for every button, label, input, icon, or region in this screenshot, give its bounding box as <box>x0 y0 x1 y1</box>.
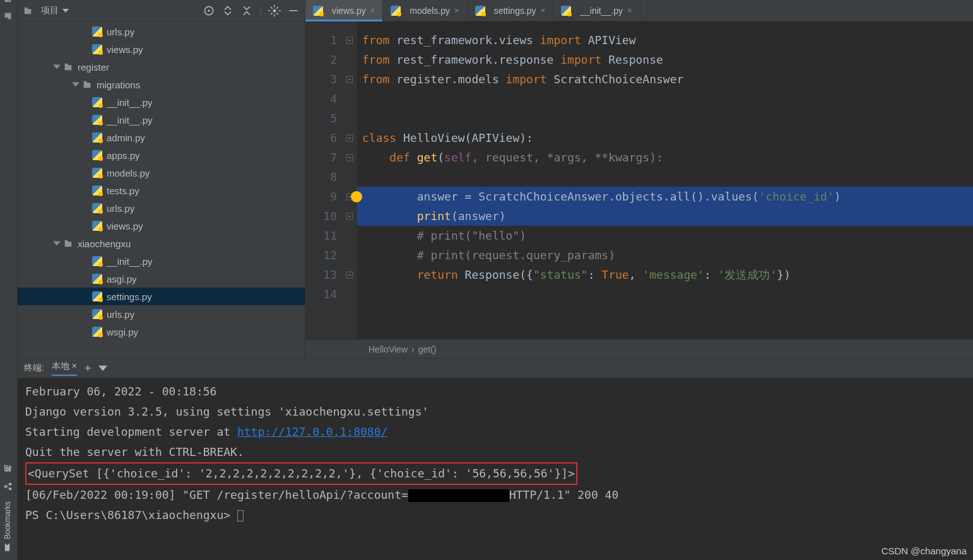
redacted-block <box>408 489 509 502</box>
editor-tabs: views.py×models.py×settings.py×__init__.… <box>305 0 973 21</box>
svg-rect-12 <box>348 137 351 139</box>
minimize-icon[interactable] <box>287 4 300 17</box>
svg-rect-6 <box>289 10 297 11</box>
tree-item-asgi-py[interactable]: asgi.py <box>18 270 305 288</box>
tab-models-py[interactable]: models.py× <box>383 0 467 21</box>
svg-rect-18 <box>348 216 351 217</box>
tree-item-apps-py[interactable]: apps.py <box>18 146 305 164</box>
close-icon[interactable]: × <box>72 361 77 371</box>
server-link[interactable]: http://127.0.0.1:8080/ <box>237 425 387 438</box>
project-icon <box>23 6 33 16</box>
tree-item-views-py[interactable]: views.py <box>18 217 305 235</box>
terminal-line: Quit the server with CTRL-BREAK. <box>25 442 965 462</box>
collapse-all-icon[interactable] <box>240 4 253 17</box>
svg-rect-2 <box>4 486 7 488</box>
svg-rect-1 <box>9 483 11 486</box>
terminal-line: <QuerySet [{'choice_id': '2,2,2,2,2,2,2,… <box>25 462 965 485</box>
breadcrumb[interactable]: HelloView › get() <box>305 339 973 358</box>
tree-item-__init__-py[interactable]: __init__.py <box>18 93 305 111</box>
terminal-line: PS C:\Users\86187\xiaochengxu> <box>25 505 965 525</box>
sidebar-tab-project[interactable]: 项目 <box>0 3 16 26</box>
tree-item-settings-py[interactable]: settings.py <box>18 288 305 305</box>
tree-item-__init__-py[interactable]: __init__.py <box>18 252 305 270</box>
close-icon[interactable]: × <box>541 6 546 15</box>
terminal-line: Starting development server at http://12… <box>25 422 965 442</box>
terminal-line: Django version 3.2.5, using settings 'xi… <box>25 402 965 422</box>
tree-item-migrations[interactable]: migrations <box>18 76 305 93</box>
tree-item-__init__-py[interactable]: __init__.py <box>18 111 305 129</box>
tab-views-py[interactable]: views.py× <box>305 0 383 21</box>
tab-settings-py[interactable]: settings.py× <box>468 0 554 21</box>
intention-bulb-icon[interactable] <box>351 191 362 202</box>
queryset-highlight: <QuerySet [{'choice_id': '2,2,2,2,2,2,2,… <box>25 462 577 485</box>
tree-item-models-py[interactable]: models.py <box>18 164 305 182</box>
svg-rect-8 <box>348 40 351 41</box>
terminal-line: February 06, 2022 - 00:18:56 <box>25 382 965 402</box>
locate-icon[interactable] <box>203 4 215 17</box>
terminal-line: [06/Feb/2022 00:19:00] "GET /register/he… <box>25 485 965 505</box>
expand-all-icon[interactable] <box>221 4 234 17</box>
tree-item-views-py[interactable]: views.py <box>18 40 305 58</box>
svg-rect-10 <box>348 79 351 80</box>
tree-item-urls-py[interactable]: urls.py <box>18 305 305 323</box>
bookmark-icon <box>3 542 12 552</box>
svg-rect-20 <box>348 274 351 276</box>
project-tree[interactable]: urls.pyviews.pyregistermigrations__init_… <box>18 21 305 358</box>
gutter-marks <box>342 21 357 339</box>
tree-item-admin-py[interactable]: admin.py <box>18 129 305 146</box>
terminal-body[interactable]: February 06, 2022 - 00:18:56 Django vers… <box>18 378 973 560</box>
close-icon[interactable]: × <box>370 6 375 15</box>
tree-item-xiaochengxu[interactable]: xiaochengxu <box>18 235 305 252</box>
watermark: CSDN @changyana <box>882 545 967 556</box>
terminal-tab-local[interactable]: 本地 × <box>52 361 77 376</box>
project-title: 项目 <box>41 5 59 16</box>
project-panel: 项目 | urls.pyviews.pyregistermigrations__… <box>18 0 305 358</box>
tab-__init__-py[interactable]: __init__.py× <box>553 0 640 21</box>
sidebar-label: Bookmarks <box>3 501 12 539</box>
close-icon[interactable]: × <box>627 6 632 15</box>
terminal-title: 终端: <box>24 363 44 374</box>
tree-item-urls-py[interactable]: urls.py <box>18 23 305 40</box>
sidebar-tab-bookmarks[interactable]: Bookmarks <box>0 496 15 557</box>
svg-point-4 <box>208 9 210 11</box>
folder-icon <box>3 11 13 21</box>
close-icon[interactable]: × <box>454 6 459 15</box>
tree-item-register[interactable]: register <box>18 58 305 76</box>
sidebar-tab-structure[interactable]: 结构 <box>0 474 16 496</box>
chevron-down-icon[interactable] <box>98 364 107 373</box>
structure-icon <box>3 482 13 491</box>
tree-item-urls-py[interactable]: urls.py <box>18 199 305 217</box>
add-terminal-icon[interactable]: + <box>85 362 91 375</box>
gutter: 1234567891011121314 <box>305 21 342 339</box>
settings-icon[interactable] <box>268 4 281 17</box>
cursor <box>237 510 244 522</box>
tree-item-wsgi-py[interactable]: wsgi.py <box>18 323 305 341</box>
crumb-method[interactable]: get() <box>418 344 437 354</box>
tree-item-tests-py[interactable]: tests.py <box>18 182 305 199</box>
crumb-class[interactable]: HelloView <box>369 344 408 354</box>
svg-point-5 <box>273 9 276 12</box>
code-body[interactable]: from rest_framework.views import APIView… <box>357 21 973 339</box>
svg-rect-0 <box>9 487 11 490</box>
svg-rect-14 <box>348 157 351 158</box>
dropdown-icon[interactable] <box>62 8 69 14</box>
